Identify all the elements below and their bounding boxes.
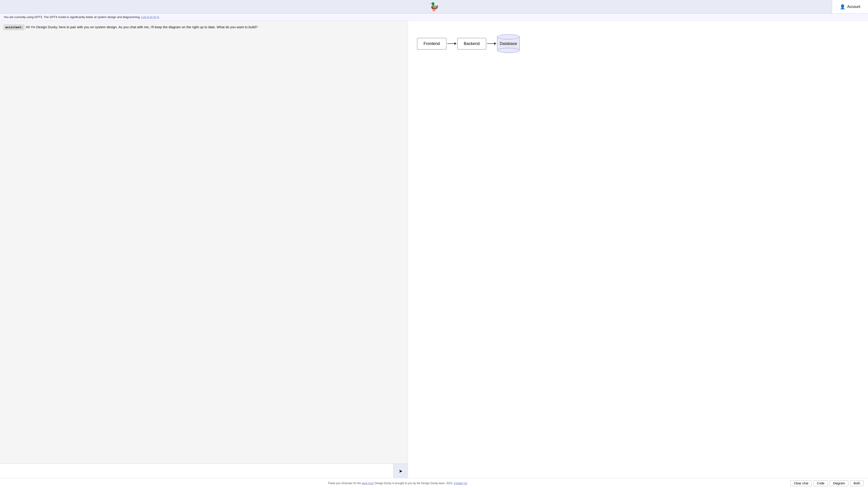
arrow-line-2 — [487, 43, 496, 44]
banner: You are currently using GPT3. The GPT4 m… — [0, 13, 868, 21]
diagram-arrow-1 — [447, 43, 456, 44]
diagram-node-database: Database — [497, 34, 520, 53]
chat-messages: assistant:Hi! I'm Design Ducky, here to … — [0, 21, 408, 464]
db-bottom-ellipse — [497, 48, 520, 53]
arrow-line-1 — [447, 43, 456, 44]
db-top — [497, 34, 520, 39]
both-button[interactable]: Both — [850, 480, 864, 486]
footer-text-1: Thank you Victoruler for the — [328, 482, 361, 485]
db-label: Database — [500, 41, 517, 46]
message-text: Hi! I'm Design Ducky, here to pair with … — [26, 25, 257, 29]
diagram-panel: Frontend Backend Database — [408, 21, 868, 478]
duck-icon-link[interactable]: duck icon! — [362, 482, 374, 485]
footer-text: Thank you Victoruler for the duck icon! … — [4, 482, 790, 485]
message: assistant:Hi! I'm Design Ducky, here to … — [4, 24, 404, 30]
diagram-arrow-2 — [487, 43, 496, 44]
chat-panel: assistant:Hi! I'm Design Ducky, here to … — [0, 21, 408, 478]
diagram-button[interactable]: Diagram — [830, 480, 848, 486]
chat-input[interactable] — [0, 464, 393, 478]
footer: Thank you Victoruler for the duck icon! … — [0, 478, 868, 488]
header: 🦆 👤 Account — [0, 0, 868, 13]
banner-text: You are currently using GPT3. The GPT4 m… — [4, 15, 141, 19]
diagram-node-backend: Backend — [457, 38, 486, 50]
send-button[interactable]: ➤ — [393, 464, 408, 478]
send-icon: ➤ — [399, 468, 403, 474]
contact-link[interactable]: Contact Us — [454, 482, 467, 485]
footer-buttons: Clear chat Code Diagram Both — [790, 480, 864, 486]
banner-period: . — [159, 15, 160, 19]
account-label: Account — [847, 5, 860, 9]
clear-chat-button[interactable]: Clear chat — [790, 480, 812, 486]
chat-input-area: ➤ — [0, 464, 408, 478]
code-button[interactable]: Code — [813, 480, 828, 486]
person-icon: 👤 — [840, 4, 845, 9]
main: assistant:Hi! I'm Design Ducky, here to … — [0, 21, 868, 478]
diagram-node-frontend: Frontend — [417, 38, 446, 50]
message-role-label: assistant: — [4, 25, 24, 30]
login-link[interactable]: Log in to try it — [141, 15, 159, 19]
logo-area: 🦆 — [429, 3, 439, 11]
account-button[interactable]: 👤 Account — [832, 0, 868, 13]
db-cylinder: Database — [497, 34, 520, 53]
diagram-container: Frontend Backend Database — [417, 34, 520, 53]
duck-icon: 🦆 — [429, 3, 439, 11]
